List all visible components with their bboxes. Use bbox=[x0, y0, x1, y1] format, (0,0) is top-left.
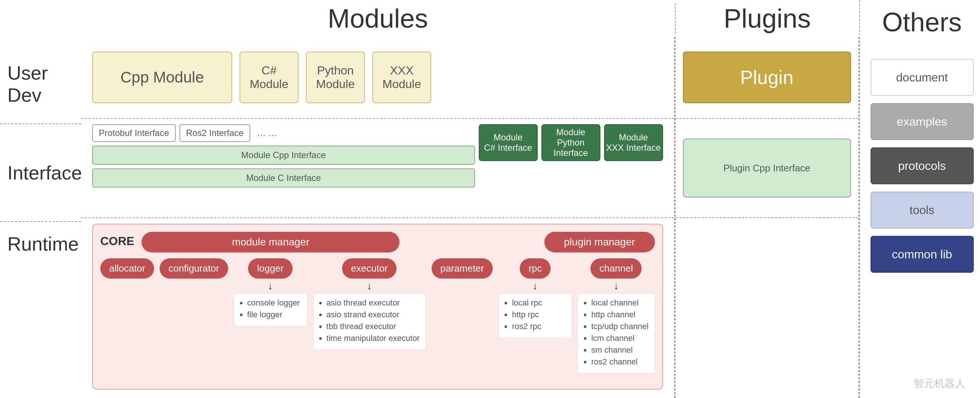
plugin-cpp-interface-box: Plugin Cpp Interface bbox=[683, 139, 851, 197]
plugin-box: Plugin bbox=[683, 52, 851, 103]
runtime-bg: CORE module manager plugin manager alloc… bbox=[92, 224, 663, 390]
interface-left: Protobuf Interface Ros2 Interface … … Mo… bbox=[92, 124, 475, 188]
module-python-interface-box: Module Python Interface bbox=[541, 124, 600, 161]
others-items: document examples protocols tools common… bbox=[860, 44, 980, 398]
list-item: local channel bbox=[591, 298, 648, 308]
interface-plugins-row: Plugin Cpp Interface bbox=[676, 118, 858, 217]
plugin-manager-box: plugin manager bbox=[544, 232, 655, 252]
modules-header: Modules bbox=[81, 3, 675, 33]
list-item: asio thread executor bbox=[326, 298, 420, 308]
others-document: document bbox=[870, 59, 974, 96]
executor-col: executor ↓ asio thread executorasio stra… bbox=[313, 258, 426, 350]
rpc-arrow: ↓ bbox=[533, 281, 538, 291]
list-item: lcm channel bbox=[591, 334, 648, 343]
logger-sublist: console loggerfile logger bbox=[234, 293, 307, 326]
interface-modules-row: Protobuf Interface Ros2 Interface … … Mo… bbox=[81, 118, 674, 217]
channel-arrow: ↓ bbox=[614, 281, 619, 291]
runtime-modules-row: CORE module manager plugin manager alloc… bbox=[81, 217, 674, 398]
others-commonlib: common lib bbox=[870, 236, 974, 273]
list-item: http channel bbox=[591, 310, 648, 320]
interface-label: Interface bbox=[0, 123, 81, 221]
list-item: tcp/udp channel bbox=[591, 322, 648, 331]
xxx-module-box: XXX Module bbox=[372, 52, 431, 103]
channel-sublist: local channelhttp channeltcp/udp channel… bbox=[578, 293, 655, 374]
module-xxx-interface-box: Module XXX Interface bbox=[604, 124, 663, 161]
module-cpp-interface-box: Module Cpp Interface bbox=[92, 146, 475, 165]
channel-col: channel ↓ local channelhttp channeltcp/u… bbox=[578, 258, 655, 374]
list-item: console logger bbox=[247, 298, 301, 308]
allocator-box: allocator bbox=[100, 258, 154, 279]
rpc-box: rpc bbox=[520, 258, 550, 279]
userdev-label: User Dev bbox=[0, 44, 81, 123]
section-headers: Modules Plugins bbox=[81, 0, 859, 37]
executor-arrow: ↓ bbox=[367, 281, 372, 291]
runtime-label: Runtime bbox=[0, 221, 81, 398]
configurator-box: configurator bbox=[159, 258, 228, 279]
rpc-col: rpc ↓ local rpchttp rpcros2 rpc bbox=[498, 258, 572, 338]
python-module-box: Python Module bbox=[306, 52, 365, 103]
userdev-modules-row: Cpp Module C# Module Python Module XXX M… bbox=[81, 37, 674, 118]
channel-box: channel bbox=[590, 258, 642, 279]
list-item: tbb thread executor bbox=[326, 322, 420, 331]
plugins-section: Plugin Plugin Cpp Interface bbox=[675, 37, 859, 398]
module-manager-box: module manager bbox=[142, 232, 399, 252]
core-label: CORE bbox=[100, 234, 134, 248]
rpc-sublist: local rpchttp rpcros2 rpc bbox=[498, 293, 572, 338]
logger-box: logger bbox=[248, 258, 292, 279]
interface-right: Module C# Interface Module Python Interf… bbox=[479, 124, 663, 188]
logger-arrow: ↓ bbox=[268, 281, 273, 291]
executor-box: executor bbox=[342, 258, 396, 279]
list-item: local rpc bbox=[512, 298, 566, 308]
list-item: sm channel bbox=[591, 345, 648, 355]
others-examples: examples bbox=[870, 103, 974, 140]
logger-col: logger ↓ console loggerfile logger bbox=[234, 258, 307, 326]
executor-sublist: asio thread executorasio strand executor… bbox=[313, 293, 426, 350]
list-item: ros2 rpc bbox=[512, 322, 566, 331]
list-item: ros2 channel bbox=[591, 357, 648, 367]
module-c-interface-box: Module C Interface bbox=[92, 169, 475, 188]
row-labels: User Dev Interface Runtime bbox=[0, 0, 81, 398]
others-header: Others bbox=[860, 0, 980, 44]
protobuf-interface-box: Protobuf Interface bbox=[92, 124, 176, 142]
others-tools: tools bbox=[870, 192, 974, 228]
module-cs-interface-box: Module C# Interface bbox=[479, 124, 538, 161]
list-item: asio strand executor bbox=[326, 310, 420, 320]
list-item: time manipulator executor bbox=[326, 334, 420, 343]
list-item: http rpc bbox=[512, 310, 566, 320]
parameter-box: parameter bbox=[431, 258, 493, 279]
list-item: file logger bbox=[247, 310, 301, 320]
plugins-header: Plugins bbox=[675, 3, 859, 33]
interface-section: Protobuf Interface Ros2 Interface … … Mo… bbox=[92, 124, 663, 188]
watermark: 智元机器人 bbox=[914, 377, 965, 391]
cs-module-box: C# Module bbox=[240, 52, 299, 103]
dots-box: … … bbox=[254, 128, 280, 138]
others-protocols: protocols bbox=[870, 147, 974, 184]
userdev-plugins-row: Plugin bbox=[676, 37, 858, 118]
runtime-plugins-row bbox=[676, 217, 858, 398]
modules-section: Cpp Module C# Module Python Module XXX M… bbox=[81, 37, 675, 398]
interface-top-row: Protobuf Interface Ros2 Interface … … bbox=[92, 124, 475, 142]
others-section: Others document examples protocols tools… bbox=[859, 0, 980, 398]
ros2-interface-box: Ros2 Interface bbox=[180, 124, 250, 142]
cpp-module-box: Cpp Module bbox=[92, 52, 232, 103]
